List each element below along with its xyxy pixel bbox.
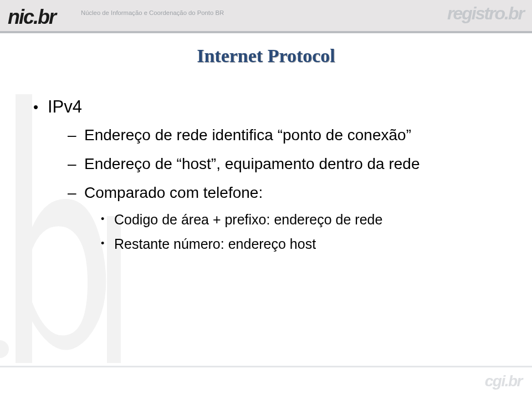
bullet-level3: Restante número: endereço host — [101, 235, 532, 254]
bullet-list: IPv4 Endereço de rede identifica “ponto … — [33, 97, 532, 254]
bullet-level2: Comparado com telefone: — [68, 182, 516, 203]
bullet-level1: IPv4 — [33, 97, 532, 117]
footer-divider — [0, 366, 532, 367]
registro-br-logo: registro.br — [447, 4, 524, 22]
slide-title: Internet Protocol — [0, 45, 532, 66]
bullet-level2: Endereço de “host”, equipamento dentro d… — [68, 154, 516, 175]
bullet-level2: Endereço de rede identifica “ponto de co… — [68, 125, 516, 146]
cgi-br-logo: cgi.br — [485, 372, 522, 390]
bullet-level3: Codigo de área + prefixo: endereço de re… — [101, 211, 532, 229]
svg-point-0 — [0, 340, 9, 358]
header-bar: nic.br Núcleo de Informação e Coordenaçã… — [0, 0, 532, 33]
header-tagline: Núcleo de Informação e Coordenação do Po… — [81, 9, 224, 16]
footer-bar: cgi.br — [0, 366, 532, 399]
nic-br-logo: nic.br — [8, 7, 55, 27]
slide-content: Internet Protocol IPv4 Endereço de rede … — [0, 45, 532, 254]
